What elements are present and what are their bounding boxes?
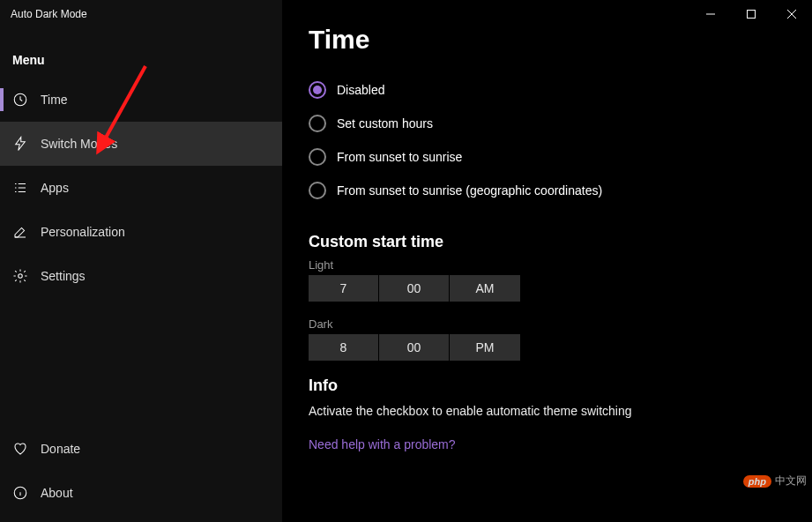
radio-custom-hours[interactable]: Set custom hours	[309, 115, 786, 132]
svg-point-1	[19, 274, 23, 279]
radio-label: From sunset to sunrise	[337, 150, 462, 164]
sidebar-item-time[interactable]: Time	[0, 78, 282, 122]
light-period[interactable]: AM	[450, 275, 520, 302]
clock-icon	[12, 92, 28, 108]
radio-label: Disabled	[337, 83, 384, 97]
radio-label: Set custom hours	[337, 116, 433, 130]
maximize-button[interactable]	[731, 0, 771, 28]
sidebar-item-about[interactable]: About	[0, 471, 282, 515]
dark-minute[interactable]: 00	[379, 334, 450, 361]
radio-sunset-sunrise[interactable]: From sunset to sunrise	[309, 148, 786, 166]
sidebar: Auto Dark Mode Menu Time Switch Modes Ap…	[0, 0, 282, 522]
sidebar-item-apps[interactable]: Apps	[0, 166, 282, 210]
radio-circle-icon	[309, 182, 326, 199]
radio-sunset-sunrise-geo[interactable]: From sunset to sunrise (geographic coord…	[309, 182, 786, 199]
info-title: Info	[309, 377, 786, 395]
dark-time-picker[interactable]: 8 00 PM	[309, 334, 786, 361]
watermark-badge: php	[743, 475, 771, 488]
radio-disabled[interactable]: Disabled	[309, 81, 786, 99]
light-hour[interactable]: 7	[309, 275, 379, 302]
help-link[interactable]: Need help with a problem?	[309, 437, 786, 451]
sidebar-item-label: Switch Modes	[41, 137, 117, 151]
sidebar-item-settings[interactable]: Settings	[0, 254, 282, 298]
radio-circle-icon	[309, 81, 326, 99]
watermark: php 中文网	[743, 474, 807, 488]
time-mode-radio-group: Disabled Set custom hours From sunset to…	[309, 81, 786, 199]
page-title: Time	[309, 25, 786, 55]
info-text: Activate the checkbox to enable automati…	[309, 404, 786, 418]
sidebar-item-donate[interactable]: Donate	[0, 427, 282, 471]
light-minute[interactable]: 00	[379, 275, 450, 302]
svg-rect-3	[748, 11, 756, 19]
edit-icon	[12, 224, 28, 240]
dark-period[interactable]: PM	[450, 334, 520, 361]
content-pane: Time Disabled Set custom hours From suns…	[282, 0, 812, 522]
sidebar-item-label: Personalization	[41, 225, 125, 239]
sidebar-nav: Time Switch Modes Apps Personalization	[0, 78, 282, 522]
sidebar-item-label: Settings	[41, 269, 86, 283]
sidebar-item-label: Apps	[41, 181, 69, 195]
light-time-picker[interactable]: 7 00 AM	[309, 275, 786, 302]
light-label: Light	[309, 258, 786, 272]
sidebar-item-switch-modes[interactable]: Switch Modes	[0, 122, 282, 166]
radio-circle-icon	[309, 148, 326, 166]
info-icon	[12, 485, 28, 501]
window-title: Auto Dark Mode	[0, 0, 282, 28]
sidebar-item-label: About	[41, 486, 73, 500]
radio-label: From sunset to sunrise (geographic coord…	[337, 183, 602, 198]
sidebar-menu-label: Menu	[0, 28, 282, 78]
gear-icon	[12, 268, 28, 284]
sidebar-item-personalization[interactable]: Personalization	[0, 210, 282, 254]
custom-start-title: Custom start time	[309, 233, 786, 251]
sidebar-item-label: Time	[41, 93, 68, 107]
window-controls	[690, 0, 812, 28]
lightning-icon	[12, 136, 28, 152]
heart-icon	[12, 441, 28, 457]
minimize-button[interactable]	[690, 0, 731, 28]
radio-circle-icon	[309, 115, 326, 132]
watermark-text: 中文网	[775, 474, 807, 488]
close-button[interactable]	[771, 0, 812, 28]
apps-list-icon	[12, 180, 28, 196]
dark-hour[interactable]: 8	[309, 334, 379, 361]
dark-label: Dark	[309, 317, 786, 331]
sidebar-item-label: Donate	[41, 442, 80, 456]
